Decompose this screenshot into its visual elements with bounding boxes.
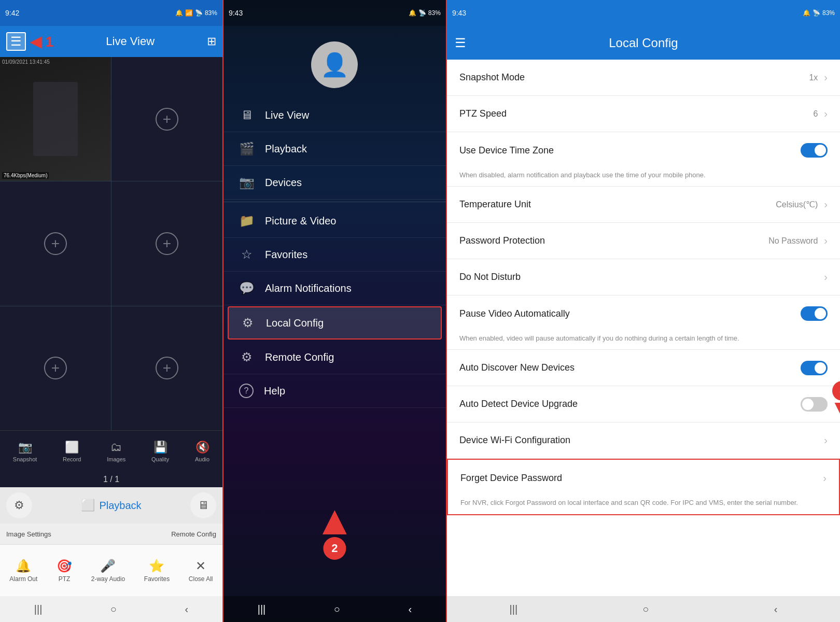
panel-local-config: 9:43 🔔 📡 83% ☰ Local Config Snapshot Mod… (447, 0, 840, 622)
camera-toolbar: 📷 Snapshot ⬜ Record 🗂 Images 💾 Quality 🔇… (0, 430, 222, 472)
local-config-title: Local Config (609, 36, 678, 50)
ptz-icon: 🎯 (57, 559, 72, 573)
playback-icon: ⬜ (81, 499, 95, 512)
password-protection-value: No Password (768, 236, 818, 246)
auto-discover-toggle[interactable] (801, 361, 828, 375)
local-config-menu-icon-btn[interactable]: ☰ (455, 36, 466, 50)
menu-item-live-view[interactable]: 🖥 Live View (223, 98, 446, 132)
menu-item-alarm-notifications[interactable]: 💬 Alarm Notifications (223, 272, 446, 305)
grid-view-icon[interactable]: ⊞ (207, 35, 216, 48)
auto-detect-toggle[interactable] (801, 397, 828, 412)
snapshot-mode-value: 1x (809, 73, 818, 82)
status-bar-3: 9:43 🔔 📡 83% (447, 0, 840, 26)
nav-ptz[interactable]: 🎯 PTZ (57, 559, 72, 583)
playback-menu-icon: 🎬 (239, 142, 255, 156)
snapshot-button[interactable]: 📷 Snapshot (13, 441, 37, 462)
nav-alarm-out[interactable]: 🔔 Alarm Out (9, 559, 37, 583)
wifi-config-label: Device Wi-Fi Configuration (459, 435, 570, 446)
menu-item-local-config[interactable]: ⚙ Local Config (228, 306, 442, 340)
config-item-auto-detect[interactable]: Auto Detect Device Upgrade 3 ▲ (447, 386, 840, 422)
auto-detect-label: Auto Detect Device Upgrade (459, 399, 578, 409)
config-item-auto-discover[interactable]: Auto Discover New Devices (447, 350, 840, 386)
menu-item-remote-config[interactable]: ⚙ Remote Config (223, 341, 446, 374)
panel-menu: 9:43 🔔 📡 83% 👤 🖥 Live View 🎬 Playback 📷 … (223, 0, 446, 622)
favorites-icon: ⭐ (149, 559, 164, 573)
ptz-speed-label: PTZ Speed (459, 108, 507, 119)
picture-video-menu-label: Picture & Video (265, 215, 337, 227)
avatar[interactable]: 👤 (311, 41, 358, 88)
android-recent-btn-2[interactable]: ||| (258, 603, 266, 615)
status-icons-2: 🔔 📡 83% (409, 9, 441, 17)
image-settings-link[interactable]: Image Settings (6, 530, 51, 538)
menu-divider (223, 202, 446, 202)
add-camera-icon-4[interactable]: + (156, 232, 178, 255)
images-button[interactable]: 🗂 Images (107, 441, 125, 462)
bitrate-1: 76.4Kbps(Medium) (2, 172, 49, 179)
pause-video-toggle[interactable] (801, 306, 828, 321)
nav-favorites[interactable]: ⭐ Favorites (144, 559, 170, 583)
ptz-speed-value: 6 (813, 109, 818, 119)
monitor-button[interactable]: 🖥 (190, 492, 216, 518)
snapshot-mode-right: 1x › (809, 72, 828, 83)
add-camera-icon-3[interactable]: + (44, 232, 67, 255)
config-item-password-protection[interactable]: Password Protection No Password › (447, 223, 840, 259)
favorites-label: Favorites (144, 575, 170, 583)
remote-config-link[interactable]: Remote Config (171, 530, 216, 538)
wifi-icon-1: 📡 (195, 9, 203, 17)
menu-item-playback[interactable]: 🎬 Playback (223, 132, 446, 166)
temperature-chevron: › (824, 199, 828, 210)
hamburger-menu-icon[interactable]: ☰ (6, 32, 26, 51)
panel-live-view: 9:42 🔔 📶 📡 83% ☰ ◀ 1 Live View ⊞ 01/09/2… (0, 0, 222, 622)
camera-cell-2[interactable]: + (111, 57, 222, 181)
config-item-do-not-disturb[interactable]: Do Not Disturb › (447, 259, 840, 295)
android-back-btn-3[interactable]: ‹ (774, 603, 778, 615)
menu-item-help[interactable]: ? Help (223, 374, 446, 408)
camera-grid: 01/09/2021 13:41:45 76.4Kbps(Medium) + +… (0, 57, 222, 430)
config-item-wifi-config[interactable]: Device Wi-Fi Configuration › (447, 422, 840, 459)
config-item-ptz-speed[interactable]: PTZ Speed 6 › (447, 96, 840, 132)
android-recent-btn-3[interactable]: ||| (510, 603, 518, 615)
android-home-btn-3[interactable]: ○ (642, 603, 649, 615)
config-item-time-zone[interactable]: Use Device Time Zone (447, 132, 840, 168)
forget-password-chevron: › (823, 472, 827, 484)
android-recent-btn[interactable]: ||| (34, 603, 43, 615)
config-item-forget-password[interactable]: Forget Device Password › (448, 460, 839, 496)
time-zone-toggle[interactable] (801, 143, 828, 158)
config-item-pause-video[interactable]: Pause Video Automatically (447, 295, 840, 332)
menu-item-favorites[interactable]: ☆ Favorites (223, 238, 446, 272)
camera-feed-1: 01/09/2021 13:41:45 76.4Kbps(Medium) (0, 57, 111, 181)
menu-item-picture-video[interactable]: 📁 Picture & Video (223, 204, 446, 238)
audio-button[interactable]: 🔇 Audio (195, 441, 209, 462)
record-button[interactable]: ⬜ Record (63, 441, 81, 462)
android-back-btn-2[interactable]: ‹ (408, 603, 412, 615)
add-camera-icon-6[interactable]: + (156, 357, 178, 379)
android-home-btn-2[interactable]: ○ (334, 603, 340, 615)
android-nav-1: ||| ○ ‹ (0, 596, 222, 622)
quality-button[interactable]: 💾 Quality (151, 441, 169, 462)
add-camera-icon-5[interactable]: + (44, 357, 67, 379)
remote-config-menu-icon: ⚙ (239, 350, 255, 364)
camera-cell-3[interactable]: + (0, 181, 111, 305)
menu-item-devices[interactable]: 📷 Devices (223, 166, 446, 200)
camera-cell-6[interactable]: + (111, 306, 222, 430)
config-item-snapshot-mode[interactable]: Snapshot Mode 1x › (447, 60, 840, 96)
alarm-notifications-menu-label: Alarm Notifications (265, 282, 352, 294)
do-not-disturb-right: › (824, 271, 828, 283)
add-camera-icon-2[interactable]: + (156, 108, 178, 131)
live-view-menu-label: Live View (265, 109, 309, 121)
nav-two-way-audio[interactable]: 🎤 2-way Audio (91, 559, 125, 583)
equalizer-button[interactable]: ⚙ (6, 492, 32, 518)
camera-cell-5[interactable]: + (0, 306, 111, 430)
camera-cell-1[interactable]: 01/09/2021 13:41:45 76.4Kbps(Medium) (0, 57, 111, 181)
android-home-btn[interactable]: ○ (110, 603, 117, 615)
nav-close-all[interactable]: ✕ Close All (189, 559, 213, 583)
alarm-out-icon: 🔔 (16, 559, 31, 573)
camera-cell-4[interactable]: + (111, 181, 222, 305)
picture-video-menu-icon: 📁 (239, 214, 255, 228)
battery-1: 83% (205, 9, 217, 17)
favorites-menu-icon: ☆ (239, 247, 255, 262)
playback-button[interactable]: ⬜ Playback (81, 499, 141, 512)
android-back-btn[interactable]: ‹ (185, 603, 188, 615)
temperature-label: Temperature Unit (459, 199, 531, 210)
config-item-temperature[interactable]: Temperature Unit Celsius(℃) › (447, 187, 840, 223)
